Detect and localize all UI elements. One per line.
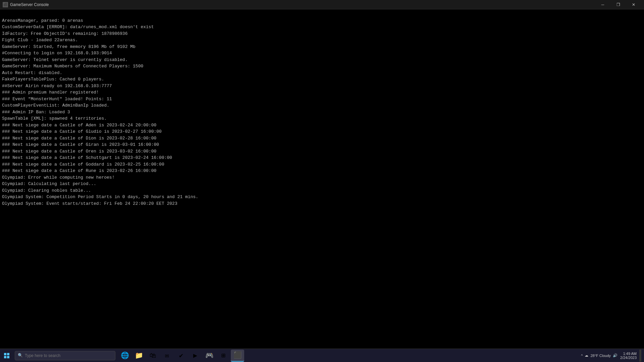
clock-date: 2/24/2023 (620, 356, 637, 360)
start-button[interactable] (0, 349, 13, 362)
todo-icon: ✔ (179, 351, 183, 360)
taskbar-app-store[interactable]: 🛍 (146, 350, 160, 362)
console-line: CustomServerData [ERROR]: data/runes_mod… (2, 24, 642, 31)
app1-icon: 🎮 (205, 351, 214, 360)
search-bar[interactable]: 🔍 (15, 351, 115, 360)
terminal-icon: ⬛ (233, 351, 242, 359)
show-desktop-button[interactable] (639, 350, 641, 362)
console-line: GameServer: Maximum Numbers of Connected… (2, 63, 642, 70)
taskbar-app-todo[interactable]: ✔ (174, 350, 188, 362)
search-icon: 🔍 (18, 353, 23, 358)
svg-rect-0 (4, 353, 6, 355)
svg-rect-1 (7, 353, 9, 355)
console-line: ### Admin premium handler registered! (2, 89, 642, 96)
console-output: ArenasManager, parsed: 0 arenasCustomSer… (0, 9, 644, 349)
console-line: GameServer: Started, free memory 8196 Mb… (2, 44, 642, 50)
close-button[interactable]: ✕ (626, 0, 641, 9)
console-line: ### Next siege date a Castle of Rune is … (2, 168, 642, 174)
app2-icon: ⊞ (221, 351, 225, 360)
taskbar-apps: 🌐📁🛍✉✔▶🎮⊞⬛ (118, 350, 581, 362)
taskbar-app-app2[interactable]: ⊞ (217, 350, 230, 362)
console-line: ##Server Airin ready on 192.168.0.103:77… (2, 83, 642, 89)
taskbar-app-files[interactable]: 📁 (132, 350, 146, 362)
files-icon: 📁 (135, 351, 143, 360)
youtube-icon: ▶ (193, 351, 197, 360)
console-line: Olympiad System: Competition Period Star… (2, 194, 642, 200)
svg-rect-3 (7, 356, 9, 358)
console-line: SpawnTable [XML]: spawned 4 territories. (2, 115, 642, 122)
minimize-button[interactable]: ─ (595, 0, 610, 9)
window-controls: ─ ❐ ✕ (595, 0, 641, 9)
window-title: GameServer Console (10, 2, 49, 7)
console-line: ### Next siege date a Castle of Oren is … (2, 148, 642, 155)
console-line: ArenasManager, parsed: 0 arenas (2, 17, 642, 24)
taskbar-app-terminal[interactable]: ⬛ (231, 350, 244, 362)
clock-time: 1:49 AM (623, 352, 637, 356)
console-line: Olympiad: Calculating last period... (2, 181, 642, 187)
console-line: ### Admin IP Ban: Loaded 3 (2, 109, 642, 116)
title-bar: ⬛ GameServer Console ─ ❐ ✕ (0, 0, 644, 9)
volume-icon[interactable]: 🔊 (613, 353, 618, 358)
console-line: GameServer: Telnet server is currently d… (2, 57, 642, 63)
svg-rect-2 (4, 356, 6, 358)
console-line: Fight Club - loaded 22arenas. (2, 37, 642, 44)
search-input[interactable] (25, 353, 105, 358)
taskbar: 🔍 🌐📁🛍✉✔▶🎮⊞⬛ ^ ☁ 28°F Cloudy 🔊 1:49 AM 2/… (0, 349, 644, 362)
console-icon: ⬛ (3, 2, 8, 7)
restore-button[interactable]: ❐ (610, 0, 626, 9)
console-line: ### Next siege date a Castle of Schuttga… (2, 155, 642, 161)
taskbar-app-app1[interactable]: 🎮 (203, 350, 216, 362)
console-line: ### Next siege date a Castle of Aden is … (2, 122, 642, 129)
console-line: CustomPlayerEventList: AdminBanIp loaded… (2, 102, 642, 109)
console-line: ### Next siege date a Castle of Goddard … (2, 161, 642, 168)
console-line: Olympiad System: Event starts/started: F… (2, 200, 642, 207)
console-line: Olympiad: Clearing nobles table... (2, 187, 642, 194)
titlebar-left: ⬛ GameServer Console (3, 2, 49, 7)
console-line: #Connecting to login on 192.168.0.103:90… (2, 50, 642, 57)
system-tray: ^ ☁ 28°F Cloudy 🔊 (581, 353, 618, 358)
console-line: ### Next siege date a Castle of Gludio i… (2, 128, 642, 135)
tray-chevron[interactable]: ^ (581, 354, 583, 358)
console-line: Olympiad: Error while computing new hero… (2, 174, 642, 181)
mail-icon: ✉ (165, 351, 169, 360)
console-line: IdFactory: Free ObjectID's remaining: 18… (2, 31, 642, 37)
taskbar-app-mail[interactable]: ✉ (160, 350, 174, 362)
console-line: FakePlayersTablePlus: Cached 0 players. (2, 76, 642, 83)
console-line: Auto Restart: disabled. (2, 70, 642, 76)
taskbar-right: ^ ☁ 28°F Cloudy 🔊 1:49 AM 2/24/2023 (581, 350, 644, 362)
taskbar-app-edge[interactable]: 🌐 (118, 350, 131, 362)
store-icon: 🛍 (150, 352, 156, 360)
console-line: ### Next siege date a Castle of Dion is … (2, 135, 642, 142)
network-status[interactable]: ☁ (585, 353, 588, 358)
clock[interactable]: 1:49 AM 2/24/2023 (620, 352, 637, 360)
edge-icon: 🌐 (121, 351, 129, 360)
weather-status[interactable]: 28°F Cloudy (590, 354, 611, 358)
console-line: ### Next siege date a Castle of Giran is… (2, 141, 642, 148)
taskbar-app-youtube[interactable]: ▶ (189, 350, 202, 362)
console-line: ### Event "MonsterHunt" loaded! Points: … (2, 96, 642, 103)
